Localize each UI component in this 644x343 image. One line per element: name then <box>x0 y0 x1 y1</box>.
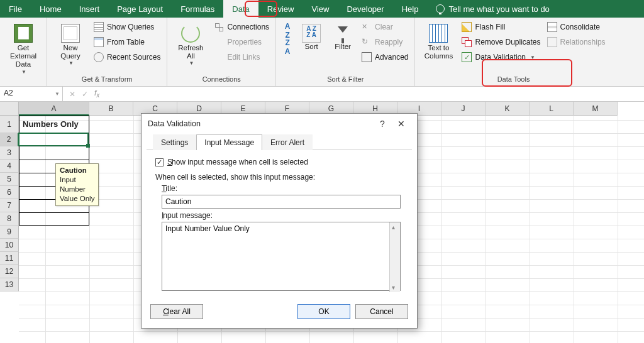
sort-button[interactable]: A ZZ A Sort <box>297 20 325 51</box>
rowhead-10[interactable]: 10 <box>0 239 19 252</box>
tab-home[interactable]: Home <box>31 0 70 18</box>
select-all-corner[interactable] <box>0 102 19 116</box>
tab-view[interactable]: View <box>303 0 338 18</box>
group-connections: Refresh All▼ Connections Properties Edit… <box>167 18 276 86</box>
ok-button[interactable]: OK <box>297 304 350 319</box>
colhead-j[interactable]: J <box>441 102 486 116</box>
rowhead-7[interactable]: 7 <box>0 199 19 212</box>
tell-me[interactable]: Tell me what you want to do <box>427 0 558 18</box>
remove-duplicates-icon <box>462 37 472 47</box>
clock-icon <box>94 52 104 62</box>
dialog-tab-input-message[interactable]: Input Message <box>196 134 262 150</box>
active-cell <box>18 133 89 146</box>
clear-all-button[interactable]: Clear All <box>150 304 203 319</box>
sort-asc-icon: AZ <box>282 22 292 32</box>
row-headers: 1 2 3 4 5 6 7 8 9 10 11 12 13 <box>0 116 19 291</box>
properties-icon <box>214 37 224 47</box>
advanced-button[interactable]: Advanced <box>360 50 409 64</box>
scrollbar[interactable] <box>389 222 400 292</box>
remove-duplicates-button[interactable]: Remove Duplicates <box>460 35 541 49</box>
filter-button[interactable]: Filter <box>329 20 357 51</box>
enter-formula-icon[interactable]: ✓ <box>82 90 88 99</box>
new-query-label: New Query <box>60 44 80 60</box>
group-get-external: Get External Data▼ <box>0 18 47 86</box>
rowhead-9[interactable]: 9 <box>0 226 19 239</box>
colhead-b[interactable]: B <box>89 102 133 116</box>
colhead-m[interactable]: M <box>574 102 618 116</box>
filter-label: Filter <box>335 43 351 51</box>
cancel-button[interactable]: Cancel <box>355 304 408 319</box>
dialog-tab-settings[interactable]: Settings <box>153 134 196 150</box>
rowhead-3[interactable]: 3 <box>0 146 19 160</box>
group-data-tools-label: Data Tools <box>420 74 606 85</box>
group-get-transform-label: Get & Transform <box>52 74 162 85</box>
tab-review[interactable]: Review <box>258 0 303 18</box>
tab-insert[interactable]: Insert <box>70 0 109 18</box>
sort-desc-button[interactable]: ZA <box>281 36 294 50</box>
tab-developer[interactable]: Developer <box>338 0 392 18</box>
rowhead-5[interactable]: 5 <box>0 173 19 186</box>
text-to-columns-button[interactable]: Text to Columns <box>420 20 457 60</box>
dialog-intro: When cell is selected, show this input m… <box>155 173 403 182</box>
rowhead-1[interactable]: 1 <box>0 116 19 133</box>
dialog-title: Data Validation <box>148 119 201 128</box>
rowhead-11[interactable]: 11 <box>0 252 19 265</box>
connections-icon <box>214 22 224 32</box>
dialog-body: ✓ Show input message when cell is select… <box>142 150 417 298</box>
rowhead-6[interactable]: 6 <box>0 186 19 199</box>
rowhead-12[interactable]: 12 <box>0 265 19 278</box>
data-validation-button[interactable]: Data Validation▼ <box>460 50 541 64</box>
consolidate-icon <box>547 22 557 32</box>
dialog-tabs: Settings Input Message Error Alert <box>147 134 412 150</box>
sort-label: Sort <box>305 43 318 51</box>
clear-icon <box>362 22 372 32</box>
database-icon <box>14 24 33 43</box>
tab-help[interactable]: Help <box>393 0 428 18</box>
flash-fill-button[interactable]: Flash Fill <box>460 20 541 34</box>
sort-asc-button[interactable]: AZ <box>281 20 294 34</box>
list-icon <box>94 22 104 32</box>
tab-page-layout[interactable]: Page Layout <box>108 0 172 18</box>
data-validation-icon <box>462 52 472 62</box>
lightbulb-icon <box>436 4 445 13</box>
tab-data[interactable]: Data <box>223 0 258 18</box>
connections-button[interactable]: Connections <box>213 20 270 34</box>
rowhead-4[interactable]: 4 <box>0 160 19 173</box>
new-query-button[interactable]: New Query▼ <box>52 20 89 67</box>
message-textarea[interactable] <box>162 222 401 291</box>
checkbox-icon: ✓ <box>155 158 164 166</box>
title-input[interactable] <box>162 195 401 209</box>
colhead-l[interactable]: L <box>530 102 574 116</box>
reapply-button: Reapply <box>360 35 409 49</box>
close-icon[interactable]: ✕ <box>392 119 411 129</box>
formula-bar: A2▼ ✕ ✓ fx <box>0 87 644 102</box>
message-label: Input message: <box>162 211 403 220</box>
consolidate-button[interactable]: Consolidate <box>546 20 607 34</box>
tab-formulas[interactable]: Formulas <box>172 0 223 18</box>
filter-icon <box>338 26 348 33</box>
from-table-button[interactable]: From Table <box>92 35 162 49</box>
dialog-titlebar[interactable]: Data Validation ? ✕ <box>142 114 417 134</box>
colhead-a[interactable]: A <box>19 102 89 116</box>
properties-button: Properties <box>213 35 270 49</box>
relationships-button: Relationships <box>546 35 607 49</box>
tab-file[interactable]: File <box>0 0 31 18</box>
help-icon[interactable]: ? <box>373 119 392 129</box>
rowhead-8[interactable]: 8 <box>0 212 19 226</box>
text-to-columns-label: Text to Columns <box>425 44 453 60</box>
dialog-tab-error-alert[interactable]: Error Alert <box>262 134 313 150</box>
get-external-data-button[interactable]: Get External Data▼ <box>5 20 42 75</box>
recent-sources-button[interactable]: Recent Sources <box>92 50 162 64</box>
group-sort-filter-label: Sort & Filter <box>281 74 409 85</box>
colhead-k[interactable]: K <box>486 102 530 116</box>
show-input-message-checkbox[interactable]: ✓ Show input message when cell is select… <box>155 158 403 166</box>
refresh-icon <box>181 24 200 43</box>
rowhead-13[interactable]: 13 <box>0 278 19 291</box>
rowhead-2[interactable]: 2 <box>0 133 19 146</box>
name-box[interactable]: A2▼ <box>0 87 63 101</box>
advanced-icon <box>362 52 372 62</box>
show-queries-button[interactable]: Show Queries <box>92 20 162 34</box>
refresh-all-button[interactable]: Refresh All▼ <box>172 20 209 67</box>
fx-icon[interactable]: fx <box>94 89 99 99</box>
cancel-formula-icon[interactable]: ✕ <box>69 90 75 99</box>
